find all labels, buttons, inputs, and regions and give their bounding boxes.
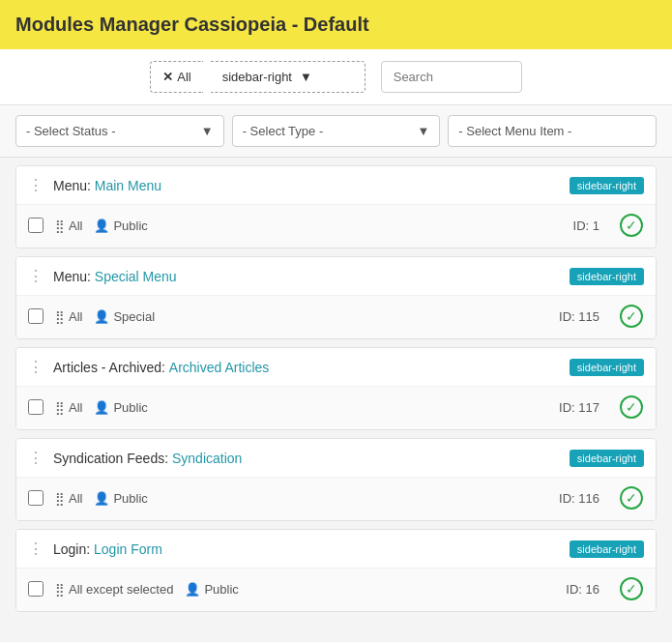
module-id: ID: 116	[559, 491, 599, 506]
module-title: Login: Login Form	[53, 541, 562, 557]
module-access: 👤 Public	[185, 582, 238, 597]
module-access-label: Special	[113, 309, 155, 324]
enabled-icon: ✓	[620, 305, 643, 328]
position-select[interactable]: sidebar-right ▼	[211, 61, 365, 93]
module-id: ID: 115	[559, 309, 599, 324]
module-card-row: ⣿ All 👤 Public ID: 117 ✓	[16, 386, 656, 429]
search-input[interactable]	[381, 61, 522, 93]
module-card-header: ⋮ Articles - Archived: Archived Articles…	[16, 348, 656, 386]
module-title: Syndication Feeds: Syndication	[53, 451, 562, 466]
clear-all-label: All	[177, 70, 190, 84]
module-card: ⋮ Menu: Main Menu sidebar-right ⣿ All 👤 …	[15, 165, 657, 248]
module-all-pages: ⣿ All	[55, 491, 82, 506]
position-value: sidebar-right	[222, 70, 292, 84]
module-card-header: ⋮ Login: Login Form sidebar-right	[16, 530, 656, 568]
module-card-header: ⋮ Menu: Special Menu sidebar-right	[16, 257, 656, 295]
person-icon: 👤	[94, 219, 109, 233]
module-access: 👤 Public	[94, 219, 147, 233]
module-all-label: All	[69, 491, 82, 506]
module-id: ID: 16	[566, 582, 599, 597]
module-checkbox[interactable]	[28, 218, 44, 233]
module-title: Articles - Archived: Archived Articles	[53, 360, 562, 375]
drag-handle-icon[interactable]: ⋮	[28, 358, 44, 376]
page-title: Modules Manager Cassiopeia - Default	[15, 14, 369, 35]
module-card: ⋮ Articles - Archived: Archived Articles…	[15, 347, 657, 430]
enabled-icon: ✓	[620, 395, 643, 419]
type-filter-label: - Select Type -	[243, 124, 324, 138]
person-icon: 👤	[94, 400, 109, 415]
module-title-link[interactable]: Login Form	[94, 541, 162, 557]
module-access-label: Public	[113, 491, 147, 506]
module-access: 👤 Public	[94, 491, 147, 506]
menu-item-filter[interactable]: - Select Menu Item -	[448, 115, 657, 147]
position-badge: sidebar-right	[570, 540, 644, 558]
filters-bar: - Select Status - ▼ - Select Type - ▼ - …	[0, 105, 672, 158]
module-card-row: ⣿ All 👤 Public ID: 1 ✓	[16, 204, 656, 248]
module-id: ID: 1	[573, 219, 599, 233]
module-title-link[interactable]: Syndication	[172, 451, 242, 466]
module-title: Menu: Special Menu	[53, 269, 562, 284]
module-access-label: Public	[204, 582, 238, 597]
module-checkbox[interactable]	[28, 581, 44, 597]
module-all-pages: ⣿ All	[55, 219, 82, 233]
sitemap-icon: ⣿	[55, 400, 65, 415]
position-badge: sidebar-right	[570, 450, 644, 467]
person-icon: 👤	[185, 582, 200, 597]
position-badge: sidebar-right	[570, 359, 644, 376]
chevron-down-icon: ▼	[300, 70, 312, 84]
type-filter[interactable]: - Select Type - ▼	[232, 115, 441, 147]
module-status[interactable]: ✓	[619, 576, 644, 601]
module-card: ⋮ Menu: Special Menu sidebar-right ⣿ All…	[15, 256, 657, 339]
drag-handle-icon[interactable]: ⋮	[28, 176, 44, 194]
chevron-down-icon: ▼	[417, 124, 429, 138]
sitemap-icon: ⣿	[55, 491, 65, 506]
module-title-link[interactable]: Main Menu	[95, 178, 161, 193]
module-status[interactable]: ✓	[619, 304, 644, 329]
menu-item-filter-label: - Select Menu Item -	[458, 124, 571, 138]
module-id: ID: 117	[559, 400, 599, 415]
toolbar: ✕ All sidebar-right ▼	[0, 49, 672, 105]
module-all-label: All	[69, 400, 82, 415]
module-access-label: Public	[113, 400, 147, 415]
module-access: 👤 Special	[94, 309, 155, 324]
enabled-icon: ✓	[620, 577, 643, 600]
module-checkbox[interactable]	[28, 308, 44, 324]
module-checkbox[interactable]	[28, 399, 44, 415]
module-title-link[interactable]: Special Menu	[95, 269, 177, 284]
module-card-header: ⋮ Menu: Main Menu sidebar-right	[16, 166, 656, 204]
sitemap-icon: ⣿	[55, 309, 65, 324]
chevron-down-icon: ▼	[201, 124, 214, 138]
module-access-label: Public	[113, 219, 147, 233]
module-status[interactable]: ✓	[619, 213, 644, 238]
status-filter-label: - Select Status -	[26, 124, 115, 138]
drag-handle-icon[interactable]: ⋮	[28, 267, 44, 285]
sitemap-icon: ⣿	[55, 582, 65, 597]
module-all-pages: ⣿ All	[55, 400, 82, 415]
module-checkbox[interactable]	[28, 490, 44, 506]
module-access: 👤 Public	[94, 400, 147, 415]
modules-list: ⋮ Menu: Main Menu sidebar-right ⣿ All 👤 …	[0, 158, 672, 620]
status-filter[interactable]: - Select Status - ▼	[15, 115, 224, 147]
x-icon: ✕	[162, 70, 173, 84]
module-card-row: ⣿ All 👤 Special ID: 115 ✓	[16, 295, 656, 338]
module-all-pages: ⣿ All	[55, 309, 82, 324]
module-all-label: All	[69, 309, 82, 324]
module-card-row: ⣿ All 👤 Public ID: 116 ✓	[16, 477, 656, 520]
module-all-label: All	[69, 219, 82, 233]
person-icon: 👤	[94, 491, 109, 506]
module-title-link[interactable]: Archived Articles	[169, 360, 269, 375]
module-card: ⋮ Login: Login Form sidebar-right ⣿ All …	[15, 529, 657, 612]
module-title: Menu: Main Menu	[53, 178, 562, 193]
module-card-header: ⋮ Syndication Feeds: Syndication sidebar…	[16, 439, 656, 477]
page-header: Modules Manager Cassiopeia - Default	[0, 0, 672, 49]
drag-handle-icon[interactable]: ⋮	[28, 540, 44, 558]
module-all-label: All except selected	[69, 582, 173, 597]
position-badge: sidebar-right	[570, 177, 644, 194]
module-status[interactable]: ✓	[619, 485, 644, 511]
clear-all-button[interactable]: ✕ All	[150, 61, 202, 93]
drag-handle-icon[interactable]: ⋮	[28, 449, 44, 467]
module-status[interactable]: ✓	[619, 394, 644, 420]
module-all-pages: ⣿ All except selected	[55, 582, 173, 597]
sitemap-icon: ⣿	[55, 219, 65, 233]
person-icon: 👤	[94, 309, 109, 324]
